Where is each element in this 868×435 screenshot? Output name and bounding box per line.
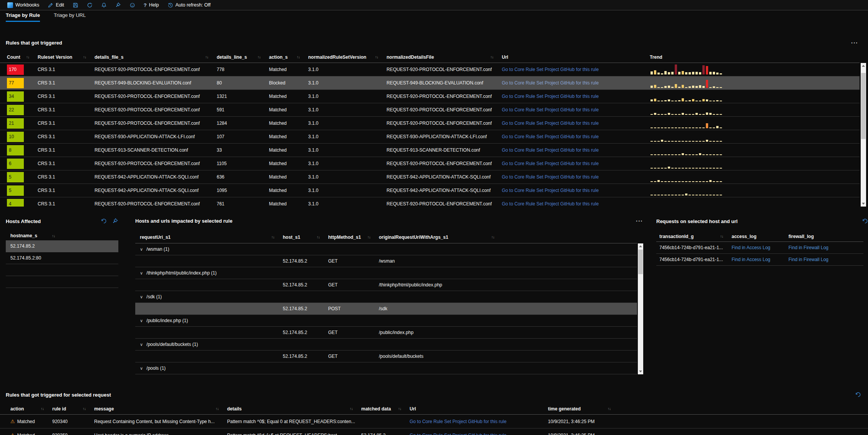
sort-icon[interactable]: ↑↓: [367, 235, 370, 239]
uri-group-row[interactable]: ∨/public/index.php (1): [135, 315, 637, 327]
sort-icon[interactable]: ↑↓: [257, 55, 261, 59]
uri-group-row[interactable]: ∨/pools/default/buckets (1): [135, 339, 637, 351]
impact-table-row[interactable]: 52.174.85.2GET/public/index.php: [135, 327, 637, 339]
sort-icon[interactable]: ↑↓: [297, 55, 300, 59]
scroll-up-icon[interactable]: [638, 243, 643, 249]
request-row[interactable]: 7456cb14-724b-d791-ea21-1...Find in Acce…: [656, 254, 863, 266]
scroll-down-icon[interactable]: [861, 201, 866, 207]
column-header-ruleset-version[interactable]: Ruleset Version↑↓: [38, 55, 95, 60]
column-header-action[interactable]: action↑↓: [10, 406, 52, 412]
sort-icon[interactable]: ↑↓: [491, 235, 495, 239]
firewall-log-link[interactable]: Find in Firewall Log: [788, 257, 828, 262]
column-header-details[interactable]: details↑↓: [227, 406, 361, 412]
notifications-button[interactable]: [97, 0, 111, 10]
scrollbar-thumb[interactable]: [861, 73, 866, 139]
sort-icon[interactable]: ↑↓: [317, 235, 320, 239]
github-rule-link[interactable]: Go to Core Rule Set Project GitHub for t…: [410, 433, 506, 435]
github-rule-link[interactable]: Go to Core Rule Set Project GitHub for t…: [502, 174, 599, 180]
rules-table-row[interactable]: 8CRS 3.1REQUEST-913-SCANNER-DETECTION.co…: [0, 144, 860, 157]
column-header-details-file[interactable]: details_file_s↑↓: [95, 55, 217, 60]
sort-icon[interactable]: ↑↓: [350, 407, 353, 411]
impact-table-row[interactable]: 52.174.85.2GET/thinkphp/html/public/inde…: [135, 279, 637, 291]
rules-table-row[interactable]: 34CRS 3.1REQUEST-920-PROTOCOL-ENFORCEMEN…: [0, 90, 860, 103]
impact-table-scrollbar[interactable]: [638, 243, 643, 374]
rules-table-row[interactable]: 5CRS 3.1REQUEST-942-APPLICATION-ATTACK-S…: [0, 184, 860, 197]
request-row[interactable]: 7456cb14-724b-d791-ea21-1...Find in Acce…: [656, 242, 863, 254]
host-row[interactable]: 52.174.85.2: [6, 240, 118, 252]
uri-group-row[interactable]: ∨/thinkphp/html/public/index.php (1): [135, 267, 637, 279]
github-rule-link[interactable]: Go to Core Rule Set Project GitHub for t…: [502, 80, 599, 86]
rules-table-row[interactable]: 6CRS 3.1REQUEST-920-PROTOCOL-ENFORCEMENT…: [0, 157, 860, 170]
impact-table-row[interactable]: 52.174.85.2GET/pools/default/buckets: [135, 351, 637, 362]
github-rule-link[interactable]: Go to Core Rule Set Project GitHub for t…: [502, 94, 599, 99]
access-log-link[interactable]: Find in Access Log: [732, 257, 770, 262]
scroll-up-icon[interactable]: [861, 63, 866, 69]
triggered-rule-row[interactable]: ⚠Matched920350Host header is a numeric I…: [0, 428, 868, 435]
scrollbar-thumb[interactable]: [638, 250, 643, 274]
sort-icon[interactable]: ↑↓: [41, 407, 44, 411]
column-header-count[interactable]: Count↑↓: [7, 55, 38, 60]
sort-icon[interactable]: ↑↓: [83, 407, 86, 411]
impact-table-row[interactable]: 52.174.85.2POST/sdk: [135, 303, 637, 315]
sort-icon[interactable]: ↑↓: [83, 55, 86, 59]
uri-group-row[interactable]: ∨/wsman (1): [135, 243, 637, 255]
rules-table-row[interactable]: 22CRS 3.1REQUEST-920-PROTOCOL-ENFORCEMEN…: [0, 103, 860, 117]
more-menu-icon[interactable]: •••: [851, 41, 858, 45]
undo-icon[interactable]: [101, 218, 107, 224]
github-rule-link[interactable]: Go to Core Rule Set Project GitHub for t…: [502, 201, 599, 207]
auto-refresh-button[interactable]: Auto refresh: Off: [163, 0, 215, 10]
workbooks-button[interactable]: Workbooks: [3, 0, 43, 10]
sort-icon[interactable]: ↑↓: [216, 407, 219, 411]
column-header-http-method[interactable]: httpMethod_s1↑↓: [328, 235, 379, 240]
sort-icon[interactable]: ↑↓: [398, 407, 401, 411]
github-rule-link[interactable]: Go to Core Rule Set Project GitHub for t…: [502, 134, 599, 139]
uri-group-row[interactable]: ∨/pools (1): [135, 362, 637, 374]
impact-table-row[interactable]: 52.174.85.2GET/wsman: [135, 255, 637, 267]
tab-triage-by-rule[interactable]: Triage by Rule: [6, 12, 40, 22]
triggered-rule-row[interactable]: ⚠Matched920340Request Containing Content…: [0, 415, 868, 428]
undo-icon[interactable]: [862, 218, 868, 224]
github-rule-link[interactable]: Go to Core Rule Set Project GitHub for t…: [502, 188, 599, 193]
sort-icon[interactable]: ↑↓: [271, 235, 274, 239]
sort-icon[interactable]: ↑↓: [720, 234, 723, 238]
rules-table-scrollbar[interactable]: [861, 63, 866, 207]
github-rule-link[interactable]: Go to Core Rule Set Project GitHub for t…: [502, 67, 599, 72]
edit-button[interactable]: Edit: [43, 0, 68, 10]
column-header-url[interactable]: Url: [502, 55, 650, 60]
column-header-host[interactable]: host_s1↑↓: [283, 235, 328, 240]
sort-icon[interactable]: ↑↓: [205, 55, 208, 59]
access-log-link[interactable]: Find in Access Log: [732, 245, 770, 250]
hosts-table-header[interactable]: hostname_s↑↓: [10, 231, 118, 240]
save-button[interactable]: [68, 0, 83, 10]
rules-table-row[interactable]: 10CRS 3.1REQUEST-930-APPLICATION-ATTACK-…: [0, 130, 860, 144]
column-header-transaction-id[interactable]: transactionId_g↑↓: [659, 234, 732, 239]
more-menu-icon[interactable]: •••: [636, 219, 643, 223]
tab-triage-by-url[interactable]: Triage by URL: [54, 12, 86, 22]
rules-table-row[interactable]: 170CRS 3.1REQUEST-920-PROTOCOL-ENFORCEME…: [0, 63, 860, 76]
column-header-details-line[interactable]: details_line_s↑↓: [217, 55, 269, 60]
column-header-access-log[interactable]: access_log: [732, 234, 788, 239]
column-header-normalized-details-file[interactable]: normalizedDetailsFile↑↓: [387, 55, 502, 60]
uri-group-row[interactable]: ∨/sdk (1): [135, 291, 637, 303]
column-header-rule-id[interactable]: rule id↑↓: [52, 406, 94, 412]
undo-icon[interactable]: [855, 392, 861, 398]
column-header-action[interactable]: action_s↑↓: [269, 55, 308, 60]
column-header-message[interactable]: message↑↓: [94, 406, 227, 412]
column-header-matched-data[interactable]: matched data↑↓: [361, 406, 410, 412]
pin-icon[interactable]: [112, 218, 118, 224]
column-header-time-generated[interactable]: time generated↑↓: [548, 406, 868, 412]
column-header-original-request-uri[interactable]: originalRequestUriWithArgs_s1↑↓: [379, 235, 637, 240]
rules-table-row[interactable]: 21CRS 3.1REQUEST-920-PROTOCOL-ENFORCEMEN…: [0, 117, 860, 130]
rules-table-row[interactable]: 77CRS 3.1REQUEST-949-BLOCKING-EVALUATION…: [0, 76, 860, 90]
github-rule-link[interactable]: Go to Core Rule Set Project GitHub for t…: [502, 121, 599, 126]
refresh-button[interactable]: [83, 0, 97, 10]
rules-table-row[interactable]: 4CRS 3.1REQUEST-920-PROTOCOL-ENFORCEMENT…: [0, 197, 860, 207]
github-rule-link[interactable]: Go to Core Rule Set Project GitHub for t…: [410, 419, 506, 424]
column-header-normalized-ruleset-version[interactable]: normalizedRuleSetVersion↑↓: [308, 55, 387, 60]
column-header-url[interactable]: Url: [410, 406, 548, 412]
firewall-log-link[interactable]: Find in Firewall Log: [788, 245, 828, 250]
sort-icon[interactable]: ↑↓: [26, 55, 29, 59]
host-row[interactable]: 52.174.85.2:80: [6, 252, 118, 264]
scroll-down-icon[interactable]: [638, 369, 643, 374]
feedback-button[interactable]: [125, 0, 139, 10]
